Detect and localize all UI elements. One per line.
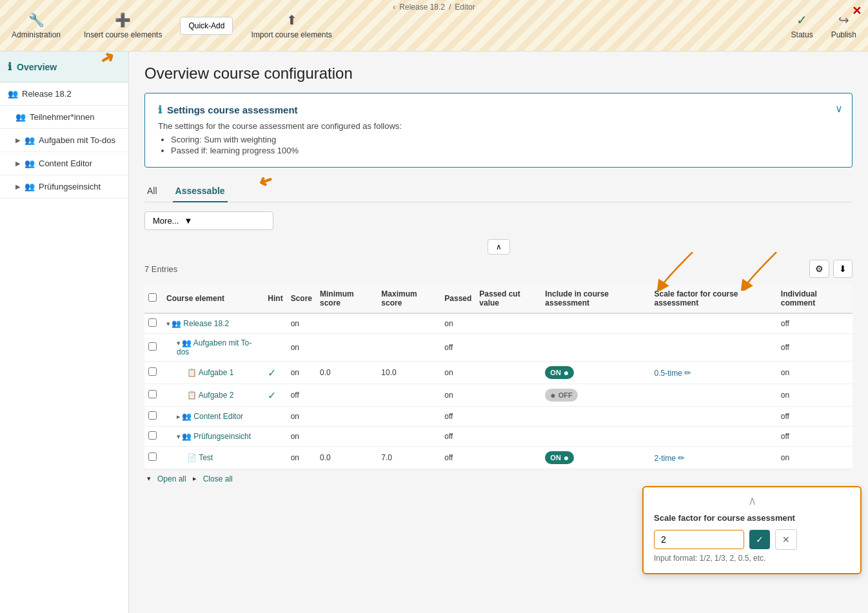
score-cell: on (287, 407, 316, 427)
sidebar-item-content[interactable]: 👥 Content Editor (0, 152, 128, 175)
group-icon: 👥 (172, 319, 181, 328)
hint-cell: ✓ (264, 384, 286, 407)
row-checkbox-cell[interactable] (144, 427, 163, 447)
course-element-link[interactable]: Test (199, 453, 213, 462)
row-checkbox[interactable] (148, 390, 157, 398)
max-score-cell (377, 384, 440, 407)
popover-input-row: ✓ ✕ (654, 529, 850, 550)
sidebar-item-release[interactable]: 👥 Release 18.2 (0, 83, 128, 106)
sidebar-item-aufgaben[interactable]: 👥 Aufgaben mit To-dos (0, 129, 128, 152)
insert-course-elements-button[interactable]: ➕ Insert course elements (79, 10, 167, 42)
settings-table-button[interactable]: ⚙ (809, 260, 829, 278)
max-score-cell (377, 427, 440, 447)
row-checkbox[interactable] (148, 342, 157, 351)
col-select-all[interactable] (144, 284, 163, 313)
include-arrow-svg (654, 252, 705, 291)
table-row: ▸👥 Content Editor on off off (144, 407, 853, 427)
collapse-settings-button[interactable]: ∨ (835, 102, 843, 115)
entries-count: 7 Entries (144, 264, 177, 274)
triangle-down-icon: ▾ (147, 474, 151, 483)
tree-expand[interactable]: ▾ (166, 320, 170, 327)
table-row: ▾👥 Release 18.2 on on off (144, 313, 853, 334)
popover-cancel-button[interactable]: ✕ (775, 529, 797, 550)
row-checkbox-cell[interactable] (144, 407, 163, 427)
individual-cell: off (777, 407, 853, 427)
tab-assessable[interactable]: Assessable ➜ (173, 180, 228, 202)
task-icon: 📋 (187, 368, 197, 377)
quick-add-button[interactable]: Quick-Add (180, 17, 233, 35)
row-checkbox-cell[interactable] (144, 447, 163, 469)
table-row: ▾👥 Prüfungseinsicht on off off (144, 427, 853, 447)
score-cell: on (287, 334, 316, 362)
course-elements-table: Course element Hint Score Minimum score … (144, 284, 853, 469)
hint-icon: ✓ (268, 390, 276, 401)
scale-link[interactable]: 0.5-time (654, 369, 682, 378)
plus-circle-icon: ➕ (115, 12, 131, 28)
task-icon: 📋 (187, 391, 197, 400)
individual-cell: off (777, 313, 853, 334)
row-checkbox[interactable] (148, 431, 157, 440)
min-score-cell (316, 313, 377, 334)
score-cell: on (287, 427, 316, 447)
scale-edit-icon[interactable]: ✏ (684, 368, 691, 378)
hint-cell: ✓ (264, 362, 286, 384)
scale-link[interactable]: 2-time (654, 454, 675, 463)
row-checkbox[interactable] (148, 411, 157, 420)
include-toggle-on[interactable]: ON (545, 366, 574, 379)
tree-expand[interactable]: ▸ (177, 413, 181, 420)
sidebar-item-teilnehmer[interactable]: 👥 Teilnehmer*innen (0, 106, 128, 129)
include-cell: ON (541, 362, 650, 384)
tree-expand[interactable]: ▾ (177, 433, 181, 440)
include-cell (541, 313, 650, 334)
passed-cut-cell (475, 447, 541, 469)
download-table-button[interactable]: ⬇ (833, 260, 853, 278)
row-checkbox-cell[interactable] (144, 362, 163, 384)
popover-confirm-button[interactable]: ✓ (749, 530, 770, 549)
col-score: Score (287, 284, 316, 313)
scale-edit-icon[interactable]: ✏ (678, 453, 685, 463)
top-toolbar: ‹ Release 18.2 / Editor 🔧 Administration… (0, 0, 868, 52)
chevron-down-icon: ▼ (184, 216, 192, 226)
course-element-link[interactable]: Release 18.2 (183, 319, 229, 328)
group-icon-content: 👥 (25, 159, 35, 168)
course-element-link[interactable]: Prüfungseinsicht (193, 432, 251, 441)
triangle-right-icon: ▸ (193, 474, 197, 483)
bullet-1: Scoring: Sum with weighting (171, 135, 839, 144)
tree-expand[interactable]: ▾ (177, 339, 181, 347)
close-all-link[interactable]: Close all (203, 474, 233, 483)
passed-cell: on (440, 313, 475, 334)
group-icon: 👥 (182, 432, 192, 441)
open-all-link[interactable]: Open all (157, 474, 186, 483)
row-checkbox[interactable] (148, 452, 157, 461)
col-max-score: Maximum score (377, 284, 440, 313)
row-checkbox[interactable] (148, 367, 157, 376)
administration-button[interactable]: 🔧 Administration (6, 10, 66, 42)
sidebar-item-overview[interactable]: ℹ Overview ➜ (0, 52, 128, 83)
row-checkbox-cell[interactable] (144, 313, 163, 334)
course-element-link[interactable]: Content Editor (193, 412, 243, 421)
row-checkbox-cell[interactable] (144, 334, 163, 362)
select-all-checkbox[interactable] (148, 293, 157, 302)
row-checkbox[interactable] (148, 318, 157, 327)
scale-factor-input[interactable] (654, 530, 744, 549)
score-cell: on (287, 447, 316, 469)
include-cell (541, 427, 650, 447)
import-course-elements-button[interactable]: ⬆ Import course elements (246, 10, 337, 42)
sidebar-item-pruefung[interactable]: 👥 Prüfungseinsicht (0, 175, 128, 199)
group-icon-aufgaben: 👥 (25, 135, 35, 145)
course-element-link[interactable]: Aufgabe 1 (199, 368, 234, 377)
row-checkbox-cell[interactable] (144, 384, 163, 407)
status-button[interactable]: ✓ Status (791, 12, 813, 39)
popover-label: Scale factor for course assessment (654, 513, 850, 523)
close-button[interactable]: ✕ (852, 4, 862, 18)
max-score-cell: 7.0 (377, 447, 440, 469)
collapse-bar-button[interactable]: ∧ (488, 239, 510, 255)
course-element-link[interactable]: Aufgabe 2 (199, 391, 234, 400)
passed-cell: off (440, 334, 475, 362)
tab-all[interactable]: All (144, 180, 160, 202)
back-arrow[interactable]: ‹ (393, 3, 395, 12)
include-toggle-on[interactable]: ON (545, 451, 574, 464)
include-toggle-off[interactable]: OFF (545, 389, 577, 402)
more-dropdown-button[interactable]: More... ▼ (144, 211, 273, 230)
include-cell (541, 407, 650, 427)
